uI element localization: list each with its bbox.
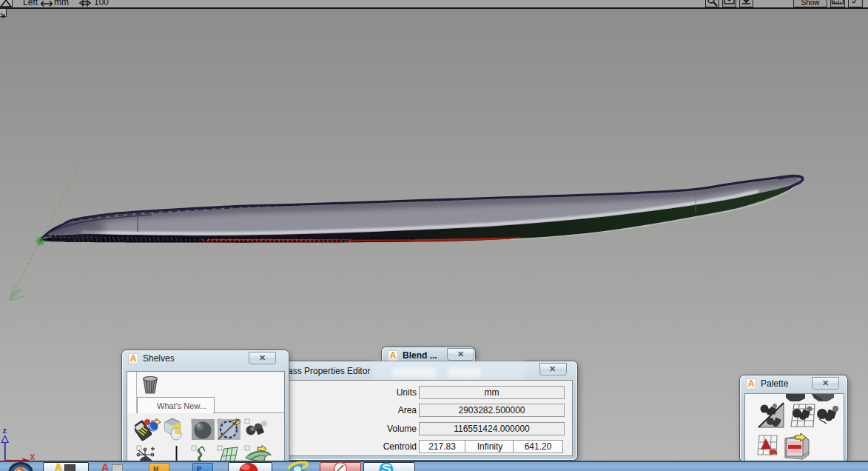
svg-text:z: z — [3, 426, 7, 435]
